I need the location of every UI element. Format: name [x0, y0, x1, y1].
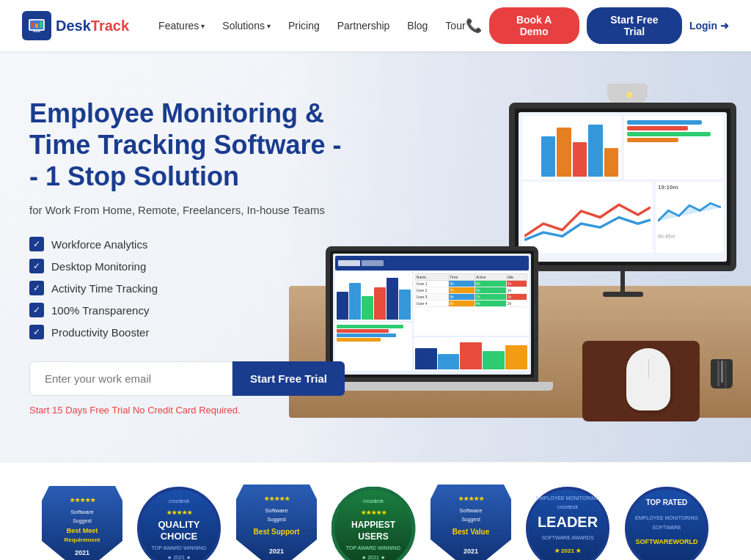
- svg-text:SOFTWARE: SOFTWARE: [652, 525, 681, 530]
- svg-text:★★★★★: ★★★★★: [70, 497, 96, 504]
- feature-label: Workforce Analytics: [51, 238, 147, 251]
- logo-text: DeskTrack: [56, 18, 129, 34]
- book-demo-button[interactable]: Book A Demo: [489, 7, 579, 44]
- bar-chart-bar: [557, 128, 571, 177]
- svg-text:EMPLOYEE MONITORING: EMPLOYEE MONITORING: [536, 495, 599, 501]
- badge-happiest-users: crozdesk ★★★★★ HAPPIEST USERS TOP AWARD …: [331, 487, 416, 561]
- start-free-trial-button[interactable]: Start Free Trial: [232, 361, 345, 396]
- checkmark-icon: ✓: [29, 281, 44, 295]
- svg-text:TOP AWARD WINNING: TOP AWARD WINNING: [346, 545, 400, 550]
- logo[interactable]: DeskTrack: [22, 11, 129, 40]
- cta-note: Start 15 Days Free Trial No Credit Card …: [29, 405, 345, 416]
- list-row: [627, 132, 711, 136]
- bar-chart-bar: [588, 125, 603, 177]
- checkmark-icon: ✓: [29, 237, 44, 251]
- svg-rect-5: [33, 31, 40, 32]
- chevron-down-icon: ▾: [267, 22, 271, 30]
- checkmark-icon: ✓: [29, 325, 44, 339]
- feature-label: 100% Transparency: [51, 304, 149, 317]
- svg-text:TOP RATED: TOP RATED: [646, 498, 688, 506]
- svg-rect-3: [35, 23, 38, 28]
- nav-tour[interactable]: Tour: [445, 20, 465, 32]
- nav-actions: 📞 Book A Demo Start Free Trial Login ➜: [466, 7, 729, 44]
- nav-partnership[interactable]: Partnership: [337, 20, 390, 32]
- feature-label: Activity Time Tracking: [51, 282, 158, 295]
- list-row: [627, 138, 678, 142]
- list-row: [627, 120, 702, 125]
- arrow-right-icon: ➜: [720, 20, 729, 32]
- login-button[interactable]: Login ➜: [689, 20, 729, 32]
- bar-chart-bar: [604, 148, 619, 177]
- badge-best-value: ★★★★★ Software Suggest Best Value 2021: [431, 485, 511, 560]
- svg-text:2021: 2021: [75, 549, 89, 556]
- svg-text:SOFTWAREWORLD: SOFTWAREWORLD: [636, 538, 698, 545]
- email-input[interactable]: [29, 361, 232, 396]
- svg-text:2021: 2021: [269, 548, 284, 555]
- svg-text:Suggest: Suggest: [73, 518, 92, 524]
- svg-text:QUALITY: QUALITY: [158, 519, 199, 530]
- badge-leader: EMPLOYEE MONITORING crozdesk LEADER SOFT…: [526, 487, 610, 561]
- feature-label: Productivity Booster: [51, 326, 149, 339]
- svg-text:crozdesk: crozdesk: [169, 498, 190, 504]
- phone-icon[interactable]: 📞: [466, 18, 482, 34]
- badge-top-rated-svg: TOP RATED EMPLOYEE MONITORING SOFTWARE S…: [625, 487, 709, 561]
- svg-text:HAPPIEST: HAPPIEST: [351, 520, 396, 530]
- svg-text:crozdesk: crozdesk: [557, 504, 579, 509]
- badge-shield-svg: ★★★★★ Software Suggest Best Meet Require…: [42, 486, 122, 560]
- hero-title: Employee Monitoring & Time Tracking Soft…: [29, 97, 345, 193]
- feature-item-3: ✓ Activity Time Tracking: [29, 281, 345, 295]
- svg-text:Best Value: Best Value: [453, 528, 490, 536]
- start-free-trial-nav-button[interactable]: Start Free Trial: [587, 7, 682, 44]
- svg-text:SOFTWARE AWARDS: SOFTWARE AWARDS: [541, 535, 594, 540]
- no-credit-card-text: No Credit Card Required.: [133, 405, 241, 416]
- bar-chart-bar: [541, 136, 556, 177]
- checkmark-icon: ✓: [29, 259, 44, 273]
- nav-features[interactable]: Features ▾: [158, 20, 205, 32]
- svg-text:Suggest: Suggest: [461, 517, 480, 523]
- badge-leader-svg: EMPLOYEE MONITORING crozdesk LEADER SOFT…: [526, 487, 610, 561]
- svg-text:Software: Software: [459, 507, 483, 514]
- svg-text:2021: 2021: [464, 548, 478, 555]
- badges-section: ★★★★★ Software Suggest Best Meet Require…: [0, 462, 751, 560]
- svg-rect-2: [31, 22, 34, 28]
- monitor-stand: [620, 271, 625, 292]
- badge-shield-svg-2: ★★★★★ Software Suggest Best Support 2021: [236, 485, 317, 560]
- svg-text:Requirement: Requirement: [65, 537, 100, 543]
- chevron-down-icon: ▾: [201, 22, 205, 30]
- feature-item-1: ✓ Workforce Analytics: [29, 237, 345, 251]
- svg-text:★★★★★: ★★★★★: [458, 495, 485, 502]
- svg-text:Software: Software: [70, 509, 94, 515]
- hero-content: Employee Monitoring & Time Tracking Soft…: [0, 54, 374, 460]
- svg-text:★ 2021 ★: ★ 2021 ★: [362, 555, 384, 560]
- nav-blog[interactable]: Blog: [407, 20, 428, 32]
- badge-quality-choice: crozdesk ★★★★★ QUALITY CHOICE TOP AWARD …: [137, 487, 221, 561]
- svg-text:★★★★★: ★★★★★: [166, 509, 193, 516]
- svg-text:Suggest: Suggest: [267, 517, 286, 523]
- nav-solutions[interactable]: Solutions ▾: [222, 20, 271, 32]
- badge-best-support: ★★★★★ Software Suggest Best Support 2021: [236, 485, 317, 560]
- svg-text:Best Meet: Best Meet: [67, 527, 98, 534]
- cta-row: Start Free Trial: [29, 361, 345, 396]
- svg-text:CHOICE: CHOICE: [161, 531, 198, 542]
- svg-text:Software: Software: [265, 507, 288, 514]
- badge-best-meet: ★★★★★ Software Suggest Best Meet Require…: [42, 486, 122, 560]
- badge-happiest-svg: crozdesk ★★★★★ HAPPIEST USERS TOP AWARD …: [331, 487, 416, 561]
- pen-holder: [711, 359, 733, 388]
- logo-svg: [27, 16, 46, 35]
- svg-text:★★★★★: ★★★★★: [264, 495, 290, 502]
- feature-item-2: ✓ Desktop Monitoring: [29, 259, 345, 273]
- svg-text:★★★★★: ★★★★★: [361, 509, 387, 516]
- svg-text:LEADER: LEADER: [538, 514, 598, 530]
- monitor-base: [603, 292, 643, 297]
- checkmark-icon: ✓: [29, 303, 44, 317]
- mouse: [626, 348, 670, 410]
- area-chart: [524, 184, 651, 251]
- features-list: ✓ Workforce Analytics ✓ Desktop Monitori…: [29, 237, 345, 339]
- badge-circle-svg: crozdesk ★★★★★ QUALITY CHOICE TOP AWARD …: [137, 487, 221, 561]
- small-chart: [658, 191, 721, 231]
- svg-text:★ 2021 ★: ★ 2021 ★: [167, 555, 190, 560]
- bar-chart-bar: [573, 142, 587, 177]
- svg-text:crozdesk: crozdesk: [363, 498, 384, 504]
- nav-pricing[interactable]: Pricing: [288, 20, 320, 32]
- badge-shield-svg-3: ★★★★★ Software Suggest Best Value 2021: [431, 485, 511, 560]
